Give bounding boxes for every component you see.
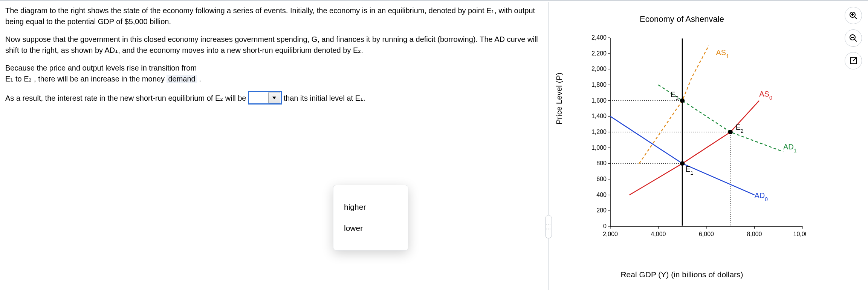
svg-point-48	[680, 161, 685, 166]
popout-icon[interactable]	[845, 52, 862, 69]
svg-text:1,000: 1,000	[591, 144, 607, 151]
dropdown-option-higher[interactable]: higher	[333, 197, 408, 218]
svg-text:8,000: 8,000	[747, 231, 762, 237]
svg-marker-0	[272, 97, 276, 99]
chart-plot: 02004006008001,0001,2001,4001,6001,8002,…	[588, 34, 806, 245]
svg-text:6,000: 6,000	[699, 231, 714, 237]
chart: Economy of Ashenvale Price Level (P) Rea…	[558, 11, 821, 279]
svg-text:0: 0	[603, 223, 607, 229]
svg-text:2,400: 2,400	[591, 34, 607, 41]
svg-text:2,000: 2,000	[591, 66, 607, 72]
svg-text:800: 800	[596, 160, 607, 166]
svg-text:2,200: 2,200	[591, 50, 607, 57]
svg-line-62	[853, 58, 856, 61]
svg-text:AS1: AS1	[716, 48, 729, 59]
svg-text:AD1: AD1	[783, 143, 797, 154]
pane-divider	[549, 2, 549, 290]
zoom-in-icon[interactable]	[845, 7, 862, 24]
svg-text:1,600: 1,600	[591, 97, 607, 104]
chart-title: Economy of Ashenvale	[558, 14, 806, 24]
paragraph-1: The diagram to the right shows the state…	[5, 5, 540, 27]
zoom-out-icon[interactable]	[845, 29, 862, 47]
paragraph-2: Now suppose that the government in this …	[5, 34, 540, 56]
question-text: The diagram to the right shows the state…	[5, 5, 540, 113]
x-axis-label: Real GDP (Y) (in billions of dollars)	[558, 270, 806, 279]
interest-rate-dropdown: higher lower	[333, 185, 408, 251]
svg-text:4,000: 4,000	[651, 231, 666, 237]
svg-text:E2: E2	[736, 123, 744, 134]
select-value	[249, 92, 268, 103]
answered-blank-demand[interactable]: demand	[167, 75, 197, 83]
interest-rate-select[interactable]	[248, 91, 281, 104]
svg-line-59	[854, 39, 857, 41]
svg-text:E1: E1	[685, 165, 693, 176]
svg-text:2,000: 2,000	[603, 231, 618, 237]
svg-text:200: 200	[596, 207, 607, 214]
svg-text:600: 600	[596, 176, 607, 182]
svg-text:10,000: 10,000	[793, 231, 806, 237]
svg-point-50	[728, 130, 733, 134]
svg-text:AS0: AS0	[759, 90, 772, 101]
chart-toolbar	[845, 7, 862, 69]
paragraph-3: Because the price and output levels rise…	[5, 63, 540, 85]
dropdown-option-lower[interactable]: lower	[333, 218, 408, 239]
svg-text:AD0: AD0	[755, 191, 768, 202]
paragraph-4: As a result, the interest rate in the ne…	[5, 91, 540, 106]
svg-text:400: 400	[596, 192, 607, 198]
collapse-grip[interactable]: ⋮⋮	[545, 215, 552, 238]
svg-line-55	[854, 17, 857, 19]
svg-text:1,800: 1,800	[591, 81, 607, 88]
svg-point-52	[680, 98, 685, 103]
svg-text:E3: E3	[671, 90, 679, 101]
dropdown-handle-icon[interactable]	[268, 92, 280, 103]
y-axis-label: Price Level (P)	[555, 72, 564, 124]
svg-text:1,200: 1,200	[591, 129, 607, 135]
svg-text:1,400: 1,400	[591, 113, 607, 119]
